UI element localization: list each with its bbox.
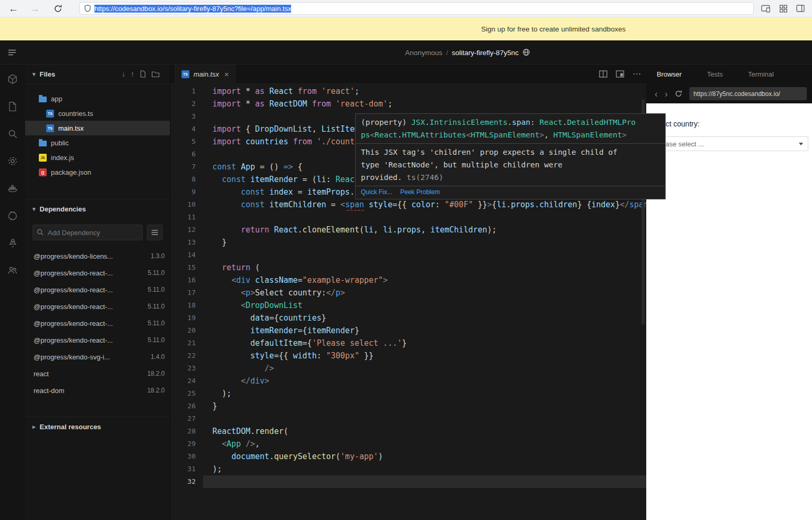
chevron-down-icon[interactable]: ▾ xyxy=(33,71,36,78)
tab-main-tsx[interactable]: TS main.tsx × xyxy=(175,65,236,84)
tsx-file-icon: TS xyxy=(181,70,189,78)
new-file-icon[interactable] xyxy=(140,70,146,78)
file-item-app[interactable]: app xyxy=(25,91,170,106)
preview-forward-icon[interactable]: › xyxy=(665,89,668,99)
preview-panel: Browser Tests Terminal ‹ › https://87y5n… xyxy=(646,65,812,520)
tab-terminal[interactable]: Terminal xyxy=(748,70,774,78)
signup-banner-link[interactable]: Sign up for free to create unlimited san… xyxy=(481,25,625,33)
error-tooltip: (property) JSX.IntrinsicElements.span: R… xyxy=(355,113,666,199)
file-name: main.tsx xyxy=(58,124,83,132)
sandbox-title[interactable]: Anonymous / solitary-firefly-87y5nc xyxy=(405,48,530,56)
dependency-version: 5.11.0 xyxy=(148,320,165,327)
dependency-row[interactable]: @progress/kendo-react-...5.11.0 xyxy=(25,332,170,348)
settings-gear-icon[interactable] xyxy=(6,155,19,167)
line-number: 17 xyxy=(170,286,203,299)
dependencies-header[interactable]: ▾ Dependencies xyxy=(25,199,170,218)
tab-grid-icon[interactable] xyxy=(779,5,787,13)
tab-tests[interactable]: Tests xyxy=(707,70,723,78)
chevron-down-icon: ▾ xyxy=(33,206,36,213)
file-explorer-icon[interactable] xyxy=(6,100,19,113)
file-explorer-panel: ▾ Files ↓ ↑ appTScountries.tsTSmain.tsxp… xyxy=(25,65,170,520)
code-line-32[interactable]: 32 xyxy=(170,475,646,488)
menu-icon[interactable] xyxy=(8,49,16,56)
peek-problem-link[interactable]: Peek Problem xyxy=(400,188,440,196)
code-line-19[interactable]: 19 data={countries} xyxy=(170,312,646,324)
quick-fix-link[interactable]: Quick Fix... xyxy=(361,188,392,196)
code-line-12[interactable]: 12 return React.cloneElement(li, li.prop… xyxy=(170,224,646,236)
device-cast-icon[interactable] xyxy=(761,5,771,13)
dependency-list-button[interactable] xyxy=(147,225,163,240)
dependency-row[interactable]: @progress/kendo-licens...1.3.0 xyxy=(25,248,170,264)
upload-icon[interactable]: ↑ xyxy=(131,70,134,78)
editor-tabbar: TS main.tsx × ⋯ xyxy=(170,65,646,84)
code-line-24[interactable]: 24 </div> xyxy=(170,375,646,387)
code-line-23[interactable]: 23 /> xyxy=(170,362,646,375)
github-icon[interactable] xyxy=(6,209,19,222)
deploy-rocket-icon[interactable] xyxy=(6,237,19,249)
more-actions-icon[interactable]: ⋯ xyxy=(633,70,641,78)
collaborators-icon[interactable] xyxy=(6,264,19,277)
file-item-index.js[interactable]: JSindex.js xyxy=(25,150,170,165)
code-line-25[interactable]: 25 ); xyxy=(170,387,646,400)
browser-back-icon[interactable]: ← xyxy=(8,4,18,14)
code-line-30[interactable]: 30 document.querySelector('my-app') xyxy=(170,450,646,463)
code-line-29[interactable]: 29 <App />, xyxy=(170,438,646,450)
preview-url-bar[interactable]: https://87y5nc.codesandbox.io/ xyxy=(689,87,807,100)
download-icon[interactable]: ↓ xyxy=(122,70,125,78)
dropdown-caret-icon[interactable] xyxy=(794,137,808,151)
new-folder-icon[interactable] xyxy=(152,71,159,78)
file-item-main.tsx[interactable]: TSmain.tsx xyxy=(25,121,170,135)
code-line-1[interactable]: 1import * as React from 'react'; xyxy=(170,85,646,98)
split-editor-icon[interactable] xyxy=(599,70,607,78)
code-line-31[interactable]: 31); xyxy=(170,463,646,475)
code-line-26[interactable]: 26} xyxy=(170,400,646,412)
docker-icon[interactable] xyxy=(6,182,19,195)
code-line-17[interactable]: 17 <p>Select country:</p> xyxy=(170,286,646,299)
dependency-name: @progress/kendo-react-... xyxy=(34,336,113,344)
browser-forward-icon[interactable]: → xyxy=(30,4,40,14)
close-icon[interactable]: × xyxy=(224,70,229,79)
dependency-row[interactable]: @progress/kendo-react-...5.11.0 xyxy=(25,281,170,298)
code-line-21[interactable]: 21 defaultItem={'Please select ...'} xyxy=(170,337,646,349)
country-dropdown[interactable]: Please select ... xyxy=(651,136,808,151)
panel-layout-icon[interactable] xyxy=(796,5,805,12)
browser-reload-icon[interactable] xyxy=(54,4,62,13)
code-line-10[interactable]: 10 const itemChildren = <span style={{ c… xyxy=(170,198,646,211)
line-number: 26 xyxy=(170,400,203,412)
dependency-row[interactable]: @progress/kendo-react-...5.11.0 xyxy=(25,315,170,332)
line-number: 12 xyxy=(170,224,203,236)
open-preview-icon[interactable] xyxy=(616,70,624,78)
preview-refresh-icon[interactable] xyxy=(675,90,682,98)
code-line-28[interactable]: 28ReactDOM.render( xyxy=(170,425,646,438)
file-item-public[interactable]: public xyxy=(25,135,170,150)
address-bar[interactable]: https://codesandbox.io/s/solitary-firefl… xyxy=(79,2,754,15)
tab-browser[interactable]: Browser xyxy=(657,70,682,78)
app-header: Anonymous / solitary-firefly-87y5nc xyxy=(0,40,812,65)
file-item-countries.ts[interactable]: TScountries.ts xyxy=(25,106,170,121)
file-item-package.json[interactable]: {}package.json xyxy=(25,165,170,179)
files-title: Files xyxy=(40,70,56,78)
code-line-27[interactable]: 27 xyxy=(170,412,646,425)
sandbox-logo-icon[interactable] xyxy=(6,73,19,86)
code-line-18[interactable]: 18 <DropDownList xyxy=(170,299,646,312)
preview-back-icon[interactable]: ‹ xyxy=(655,89,658,99)
code-line-14[interactable]: 14 xyxy=(170,249,646,261)
code-line-11[interactable]: 11 xyxy=(170,211,646,224)
add-dependency-input[interactable] xyxy=(33,225,143,240)
security-shield-icon xyxy=(84,5,91,12)
code-line-22[interactable]: 22 style={{ width: "300px" }} xyxy=(170,349,646,362)
code-line-20[interactable]: 20 itemRender={itemRender} xyxy=(170,324,646,337)
line-number: 22 xyxy=(170,349,203,362)
search-icon[interactable] xyxy=(6,128,19,140)
dependency-row[interactable]: react18.2.0 xyxy=(25,365,170,382)
dependency-row[interactable]: @progress/kendo-svg-i...1.4.0 xyxy=(25,348,170,365)
code-line-2[interactable]: 2import * as ReactDOM from 'react-dom'; xyxy=(170,98,646,110)
external-resources-header[interactable]: ▸ External resources xyxy=(25,417,170,436)
line-number: 21 xyxy=(170,337,203,349)
code-line-15[interactable]: 15 return ( xyxy=(170,261,646,274)
code-line-16[interactable]: 16 <div className="example-wrapper"> xyxy=(170,274,646,286)
code-line-13[interactable]: 13 } xyxy=(170,236,646,249)
dependency-row[interactable]: react-dom18.2.0 xyxy=(25,382,170,399)
dependency-row[interactable]: @progress/kendo-react-...5.11.0 xyxy=(25,298,170,315)
dependency-row[interactable]: @progress/kendo-react-...5.11.0 xyxy=(25,264,170,281)
